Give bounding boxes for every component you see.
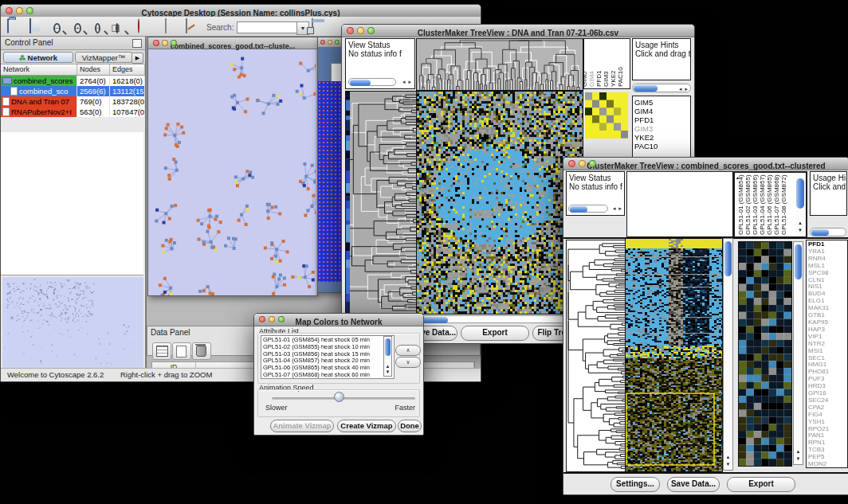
close-button[interactable] bbox=[259, 316, 265, 322]
network-row[interactable]: DNA and Tran 07 769(0) 183728(0) bbox=[1, 96, 145, 107]
column-label[interactable]: GPL51-08 (GSM872) bbox=[780, 174, 787, 235]
help-lifesaver-icon[interactable] bbox=[138, 19, 154, 33]
zoom-button[interactable] bbox=[26, 7, 33, 14]
minimize-button[interactable] bbox=[269, 316, 275, 322]
move-down-button[interactable]: ∨ bbox=[395, 357, 421, 368]
close-button[interactable] bbox=[6, 7, 13, 14]
row-label[interactable]: PAC10 bbox=[634, 142, 690, 150]
scroll-down-arrow[interactable]: ▼ bbox=[794, 456, 803, 462]
new-attribute-icon[interactable] bbox=[172, 342, 191, 360]
slider-thumb[interactable] bbox=[334, 392, 344, 402]
column-dendrogram[interactable] bbox=[416, 38, 583, 91]
gene-label[interactable]: MON2 bbox=[808, 461, 847, 468]
scroll-up-arrow[interactable]: ▲ bbox=[384, 364, 391, 369]
column-label[interactable]: GPL51-07 (GSM868) bbox=[773, 174, 780, 235]
visual-styles-icon[interactable] bbox=[165, 19, 181, 33]
save-session-icon[interactable] bbox=[29, 19, 45, 33]
scroll-arrows[interactable]: ◂ ▸ bbox=[402, 79, 412, 85]
scroll-down-arrow[interactable]: ▼ bbox=[724, 462, 732, 467]
scroll-up-arrow[interactable]: ▲ bbox=[794, 449, 803, 455]
zoom-button[interactable] bbox=[589, 160, 596, 167]
import-table-icon[interactable] bbox=[312, 19, 328, 33]
zoom-heatmap-vscrollbar[interactable]: ▲ ▼ bbox=[793, 241, 803, 465]
correlation-mini-heatmap[interactable] bbox=[585, 92, 628, 139]
column-label[interactable]: GPL51-01 (GSM854) bbox=[737, 174, 744, 235]
done-button[interactable]: Done bbox=[398, 420, 422, 432]
column-label[interactable]: GPL51-03 (GSM856) bbox=[752, 174, 759, 235]
minimize-button[interactable] bbox=[579, 160, 586, 167]
dense-network-canvas[interactable] bbox=[318, 81, 343, 282]
row-label[interactable]: PFD1 bbox=[634, 115, 690, 124]
row-label[interactable]: GIM5 bbox=[634, 98, 690, 107]
network-view-titlebar[interactable]: combined_scores_good.txt--cluste... bbox=[148, 37, 317, 49]
treeview1-titlebar[interactable]: ClusterMaker TreeView : DNA and Tran 07-… bbox=[342, 25, 694, 37]
view-status-hscrollbar[interactable] bbox=[568, 205, 608, 213]
annotation-icon[interactable] bbox=[186, 19, 202, 33]
treeview2-button[interactable]: Save Data... bbox=[667, 477, 720, 492]
main-heatmap[interactable] bbox=[625, 238, 723, 472]
column-label[interactable]: PAC10 bbox=[617, 67, 624, 87]
minimize-button[interactable] bbox=[16, 7, 23, 14]
row-dendrogram[interactable] bbox=[566, 240, 626, 472]
column-label[interactable]: GIM4 bbox=[588, 71, 595, 87]
minimize-button[interactable] bbox=[328, 40, 332, 45]
gene-label-hscrollbar[interactable] bbox=[810, 228, 846, 236]
treeview1-button[interactable]: Export Graphics... bbox=[461, 326, 529, 341]
create-vizmap-button[interactable]: Create Vizmap bbox=[337, 420, 396, 432]
tab-vizmapper[interactable]: VizMapper™ bbox=[75, 52, 132, 63]
close-button[interactable] bbox=[153, 40, 159, 46]
animate-vizmap-button[interactable]: Animate Vizmap bbox=[270, 420, 334, 432]
close-button[interactable] bbox=[568, 160, 575, 167]
column-label[interactable]: GPL51-02 (GSM855) bbox=[744, 174, 752, 235]
zoom-button[interactable] bbox=[278, 316, 285, 322]
tab-overflow-arrow[interactable]: ▶ bbox=[132, 53, 143, 64]
zoom-out-icon[interactable]: − bbox=[53, 19, 69, 33]
zoom-heatmap[interactable] bbox=[738, 241, 792, 467]
view-status-hscrollbar[interactable] bbox=[348, 78, 396, 86]
search-input[interactable] bbox=[237, 21, 299, 33]
row-label[interactable]: YKE2 bbox=[634, 133, 690, 142]
zoom-button[interactable] bbox=[367, 27, 375, 34]
scroll-down-arrow[interactable]: ▼ bbox=[384, 369, 391, 375]
row-label[interactable]: GIM3 bbox=[634, 124, 690, 133]
minimize-button[interactable] bbox=[357, 27, 364, 34]
close-button[interactable] bbox=[347, 27, 354, 34]
attribute-list-scrollbar[interactable]: ▲ ▼ bbox=[383, 336, 392, 377]
move-up-button[interactable]: ∧ bbox=[395, 345, 421, 356]
delete-attribute-icon[interactable] bbox=[192, 342, 211, 360]
dialog-titlebar[interactable]: Map Colors to Network bbox=[254, 314, 423, 326]
scroll-up-arrow[interactable]: ▲ bbox=[795, 221, 805, 226]
column-label[interactable]: YKE2 bbox=[610, 71, 617, 87]
column-label[interactable]: PFD1 bbox=[595, 71, 603, 87]
zoom-in-icon[interactable]: + bbox=[74, 19, 90, 33]
attribute-item[interactable]: GPL51-07 (GSM868) heat shock 60 min bbox=[263, 372, 394, 379]
treeview2-button[interactable]: Settings... bbox=[610, 477, 660, 492]
zoom-fit-icon[interactable]: ⃞ bbox=[116, 19, 132, 33]
network-row[interactable]: combined_sco 2569(6) 13112(15) bbox=[1, 86, 145, 96]
close-button[interactable] bbox=[320, 40, 325, 45]
zoom-selected-icon[interactable]: ▫ bbox=[95, 19, 111, 33]
row-label[interactable]: GIM4 bbox=[634, 107, 690, 115]
attribute-select-icon[interactable] bbox=[152, 342, 171, 360]
treeview2-button[interactable]: Export Graphics... bbox=[727, 477, 795, 492]
scroll-arrows[interactable]: ◂ ▸ bbox=[679, 86, 689, 92]
zoom-button[interactable] bbox=[171, 40, 177, 46]
minimize-button[interactable] bbox=[162, 40, 168, 46]
network-row[interactable]: combined_scores 2764(0) 16218(0) bbox=[1, 76, 145, 86]
row-dendrogram[interactable] bbox=[345, 91, 417, 315]
treeview2-titlebar[interactable]: ClusterMaker TreeView : combined_scores_… bbox=[563, 158, 848, 170]
column-label[interactable]: GPL51-04 (GSM857) bbox=[759, 174, 766, 235]
column-label[interactable]: GPL51-06 (GSM865) bbox=[766, 174, 773, 235]
scroll-up-arrow[interactable]: ▲ bbox=[724, 455, 732, 460]
column-label[interactable]: GIM3 bbox=[603, 71, 610, 87]
scroll-down-arrow[interactable]: ▼ bbox=[795, 228, 805, 233]
open-file-icon[interactable] bbox=[7, 19, 23, 33]
column-labels-scrollbar[interactable]: ▲ ▼ bbox=[795, 174, 805, 236]
zoom-button[interactable] bbox=[335, 40, 340, 45]
scroll-arrows[interactable]: ◂ ▸ bbox=[613, 205, 622, 212]
row-label-hscrollbar[interactable]: ◂ ▸ bbox=[632, 84, 691, 92]
main-heatmap[interactable] bbox=[416, 91, 583, 315]
tab-network[interactable]: ⁂ Network bbox=[3, 52, 73, 63]
network-tree-area[interactable] bbox=[1, 132, 143, 275]
network-row[interactable]: RNAPuberNov2+I 563(0) 107847(0) bbox=[1, 107, 145, 117]
